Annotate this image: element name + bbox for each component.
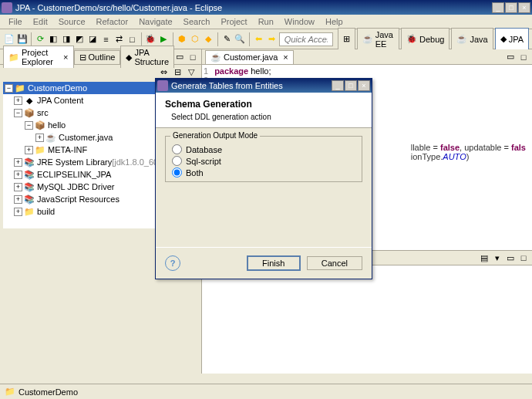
dialog-subtitle: Select DDL generation action — [171, 113, 362, 121]
console-panel: No consoles to display at this time. — [202, 265, 532, 374]
close-icon[interactable]: × — [63, 52, 68, 62]
close-button[interactable]: × — [518, 2, 530, 13]
perspective-javaee[interactable]: ☕Java EE — [357, 28, 399, 51]
fieldset-legend: Generation Output Mode — [170, 131, 260, 140]
search-icon[interactable]: 🔍 — [234, 33, 246, 46]
menu-window[interactable]: Window — [279, 15, 320, 29]
close-icon[interactable]: × — [283, 52, 288, 62]
tool-icon[interactable]: ⬡ — [190, 33, 201, 46]
perspective-jpa[interactable]: ◆JPA — [495, 28, 529, 51]
library-icon: 📚 — [24, 181, 35, 192]
library-icon: 📚 — [24, 169, 35, 180]
debug-icon: 🐞 — [406, 34, 417, 44]
java-file-icon: ☕ — [45, 132, 56, 143]
menu-navigate[interactable]: Navigate — [133, 15, 177, 29]
maximize-view-icon[interactable]: □ — [187, 52, 198, 63]
console-menu-icon[interactable]: ▤ — [479, 252, 490, 263]
java-icon: ☕ — [456, 34, 467, 44]
expand-icon[interactable]: + — [25, 146, 33, 154]
finish-button[interactable]: Finish — [247, 255, 301, 271]
radio-sqlscript-input[interactable] — [172, 156, 182, 166]
expand-icon[interactable]: + — [14, 158, 22, 167]
javaee-icon: ☕ — [362, 34, 373, 44]
tab-jpa-structure[interactable]: ◆JPA Structure — [120, 46, 174, 68]
expand-icon[interactable]: + — [14, 171, 22, 179]
forward-icon[interactable]: ➡ — [266, 33, 278, 46]
expand-icon[interactable]: + — [14, 183, 22, 191]
minimize-view-icon[interactable]: ▭ — [505, 52, 516, 63]
menu-run[interactable]: Run — [253, 15, 279, 29]
minimize-view-icon[interactable]: ▭ — [174, 52, 185, 63]
expand-icon[interactable]: + — [14, 195, 22, 204]
maximize-button[interactable]: □ — [505, 2, 517, 13]
tool-icon[interactable]: ✎ — [221, 33, 233, 46]
quick-access-input[interactable] — [279, 32, 333, 46]
dialog-titlebar[interactable]: Generate Tables from Entities _ □ × — [156, 79, 372, 93]
cancel-button[interactable]: Cancel — [307, 256, 362, 270]
tool-icon[interactable]: ◧ — [48, 33, 59, 46]
expand-icon[interactable]: + — [14, 96, 22, 105]
tool-icon[interactable]: ⇄ — [113, 33, 125, 46]
tool-icon[interactable]: ⬢ — [177, 33, 188, 46]
open-perspective-button[interactable]: ⊞ — [338, 28, 355, 51]
radio-sqlscript[interactable]: Sql-script — [172, 156, 355, 166]
project-icon: 📁 — [5, 387, 15, 397]
menu-edit[interactable]: Edit — [28, 15, 53, 29]
radio-database-input[interactable] — [172, 144, 182, 154]
tab-outline[interactable]: ⊟Outline — [74, 50, 121, 64]
view-menu-icon[interactable]: ▽ — [186, 66, 197, 77]
dialog-close-button[interactable]: × — [358, 80, 370, 91]
tool-icon[interactable]: ⟳ — [35, 33, 46, 46]
radio-database[interactable]: Database — [172, 144, 355, 154]
package-icon: 📦 — [24, 107, 35, 118]
console-dropdown-icon[interactable]: ▾ — [492, 252, 503, 263]
dialog-maximize-button[interactable]: □ — [345, 80, 357, 91]
new-icon[interactable]: 📄 — [3, 33, 15, 46]
java-file-icon: ☕ — [210, 52, 221, 63]
menu-file[interactable]: File — [3, 15, 28, 29]
tool-icon[interactable]: ≡ — [100, 33, 112, 46]
dialog-heading: Schema Generation — [165, 99, 362, 110]
menu-search[interactable]: Search — [178, 15, 216, 29]
minimize-view-icon[interactable]: ▭ — [505, 252, 516, 263]
collapse-icon[interactable]: − — [14, 109, 22, 117]
save-icon[interactable]: 💾 — [16, 33, 28, 46]
jpa-icon: ◆ — [24, 95, 35, 106]
run-icon[interactable]: ▶ — [158, 33, 170, 46]
link-editor-icon[interactable]: ⊟ — [172, 66, 183, 77]
tool-icon[interactable]: ◪ — [87, 33, 99, 46]
expand-icon[interactable]: + — [14, 208, 22, 216]
tool-icon[interactable]: □ — [126, 33, 138, 46]
menu-source[interactable]: Source — [53, 15, 91, 29]
library-icon: 📚 — [24, 194, 35, 205]
debug-icon[interactable]: 🐞 — [145, 33, 157, 46]
collapse-icon[interactable]: − — [5, 84, 13, 93]
editor-tab-customer[interactable]: ☕Customer.java× — [205, 50, 294, 64]
folder-icon: 📁 — [35, 144, 45, 155]
menu-refactor[interactable]: Refactor — [91, 15, 134, 29]
project-icon: 📁 — [15, 83, 25, 93]
tool-icon[interactable]: ◨ — [61, 33, 72, 46]
minimize-button[interactable]: _ — [492, 2, 504, 13]
tab-project-explorer[interactable]: 📁Project Explorer× — [3, 46, 74, 68]
eclipse-icon — [2, 2, 12, 13]
menu-project[interactable]: Project — [215, 15, 252, 29]
radio-both-input[interactable] — [172, 167, 182, 178]
maximize-view-icon[interactable]: □ — [518, 52, 529, 63]
maximize-view-icon[interactable]: □ — [518, 252, 529, 263]
back-icon[interactable]: ⬅ — [253, 33, 264, 46]
perspective-java[interactable]: ☕Java — [451, 28, 493, 51]
code-fragment: llable = false, updatable = fals ionType… — [411, 143, 526, 161]
perspective-debug[interactable]: 🐞Debug — [401, 28, 450, 51]
dialog-minimize-button[interactable]: _ — [332, 80, 344, 91]
radio-both[interactable]: Both — [172, 167, 355, 178]
project-explorer-icon: 📁 — [8, 52, 19, 63]
collapse-all-icon[interactable]: ⇔ — [158, 66, 169, 77]
help-button[interactable]: ? — [165, 255, 180, 271]
expand-icon[interactable]: + — [35, 134, 44, 142]
menu-help[interactable]: Help — [320, 15, 348, 29]
collapse-icon[interactable]: − — [25, 121, 33, 130]
tool-icon[interactable]: ◩ — [74, 33, 86, 46]
tool-icon[interactable]: ◆ — [203, 33, 214, 46]
eclipse-icon — [157, 80, 168, 91]
